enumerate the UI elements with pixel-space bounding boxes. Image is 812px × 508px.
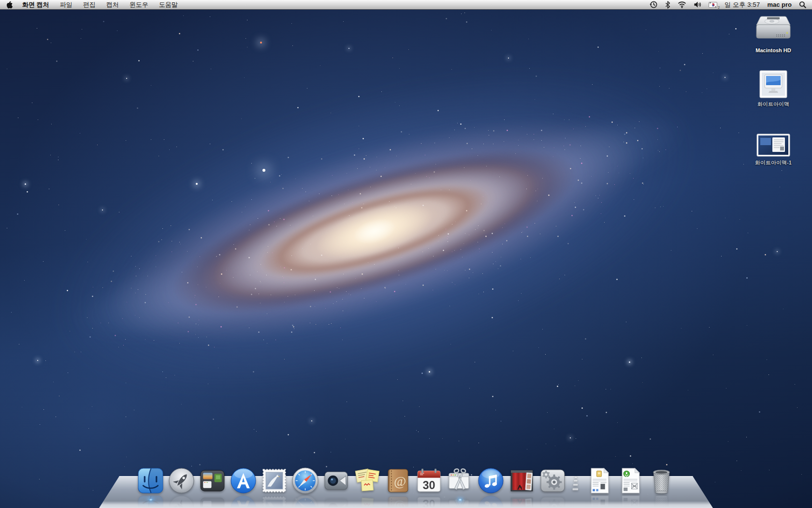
app-menu-grab[interactable]: 화면 캡처 xyxy=(22,0,49,9)
menu-window[interactable]: 윈도우 xyxy=(130,0,148,9)
stickies-icon[interactable] xyxy=(353,467,381,494)
time-machine-icon[interactable] xyxy=(650,0,658,9)
trash-icon[interactable] xyxy=(648,467,675,494)
running-indicator xyxy=(148,499,153,501)
bright-star xyxy=(102,209,103,211)
wifi-icon[interactable] xyxy=(678,1,686,8)
bright-star xyxy=(725,77,726,78)
bright-star xyxy=(262,169,265,172)
bright-star xyxy=(508,58,509,59)
grab-icon[interactable] xyxy=(446,467,474,494)
bright-star xyxy=(777,251,778,253)
bright-star xyxy=(311,420,313,422)
menu-bar: 화면 캡처 파일 편집 캡처 윈도우 도움말 xyxy=(0,0,812,10)
system-preferences-icon[interactable] xyxy=(539,467,566,494)
korean-flag-icon[interactable]: 2 xyxy=(709,2,717,8)
mission-control-icon[interactable] xyxy=(199,467,226,494)
menu-user-name[interactable]: mac pro xyxy=(767,1,792,8)
bright-star xyxy=(37,360,39,361)
bright-star xyxy=(196,183,198,185)
safari-icon[interactable] xyxy=(291,467,319,494)
ical-icon[interactable]: 30 30 xyxy=(415,467,443,494)
volume-icon[interactable] xyxy=(694,1,701,8)
mail-icon[interactable] xyxy=(261,467,288,494)
desktop-icon-macintosh-hd[interactable]: Macintosh HD xyxy=(740,14,807,53)
desktop: 화면 캡처 파일 편집 캡처 윈도우 도움말 xyxy=(0,0,812,508)
desktop-icon-label: 화이트아이맥 xyxy=(757,101,789,108)
ical-date: 30 xyxy=(422,479,435,492)
bluetooth-icon[interactable] xyxy=(665,1,670,9)
menu-file[interactable]: 파일 xyxy=(60,0,72,9)
bright-star xyxy=(570,437,571,439)
dock-items: @ @ 30 xyxy=(137,467,675,494)
menu-edit[interactable]: 편집 xyxy=(83,0,96,9)
address-book-icon[interactable]: @ @ xyxy=(384,467,412,494)
itunes-icon[interactable] xyxy=(477,467,505,494)
document-icon[interactable] xyxy=(617,467,644,494)
spotlight-icon[interactable] xyxy=(799,1,806,8)
wallpaper xyxy=(0,0,812,508)
starfield xyxy=(0,0,812,508)
bright-star xyxy=(25,183,26,185)
bright-star xyxy=(629,361,630,363)
bright-star xyxy=(348,48,350,49)
menu-capture[interactable]: 캡처 xyxy=(106,0,119,9)
desktop-icon-column: Macintosh HD 화이트아이맥 xyxy=(740,14,807,166)
apple-menu-icon[interactable] xyxy=(6,0,13,9)
desktop-icon-white-imac-photo[interactable]: 화이트아이맥 xyxy=(740,70,807,108)
desktop-icon-label: Macintosh HD xyxy=(755,47,791,53)
running-indicator xyxy=(458,499,462,501)
bright-star xyxy=(126,78,128,79)
dock: @ @ 30 xyxy=(0,455,812,508)
app-store-icon[interactable] xyxy=(230,467,257,494)
facetime-icon[interactable] xyxy=(322,467,350,494)
document-icon[interactable] xyxy=(586,467,613,494)
finder-icon[interactable] xyxy=(137,467,164,494)
menu-help[interactable]: 도움말 xyxy=(159,0,178,9)
desktop-icon-label: 화이트아이맥-1 xyxy=(755,159,792,166)
bright-star xyxy=(429,371,430,373)
menu-clock[interactable]: 일 오후 3:57 xyxy=(725,0,760,9)
desktop-icon-white-imac-screenshot[interactable]: 화이트아이맥-1 xyxy=(740,133,807,166)
photo-booth-icon[interactable] xyxy=(508,467,536,494)
launchpad-icon[interactable] xyxy=(168,467,195,494)
at-glyph: @ xyxy=(394,474,406,489)
input-source-badge: 2 xyxy=(718,6,720,9)
bright-star xyxy=(260,42,262,44)
dock-divider xyxy=(570,467,582,494)
